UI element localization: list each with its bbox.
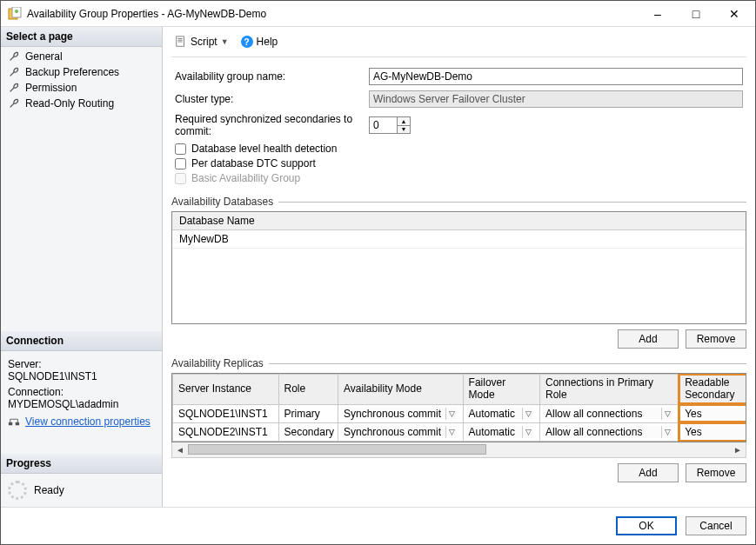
sidebar-item-label: General (25, 50, 63, 63)
availability-replicas-title: Availability Replicas (171, 357, 264, 369)
chevron-down-icon: ▽ (522, 426, 534, 438)
ag-name-label: Availability group name: (175, 70, 362, 83)
main-panel: Script ▼ ? Help Availability group name:… (163, 27, 755, 507)
toolbar: Script ▼ ? Help (171, 32, 746, 57)
cluster-type-label: Cluster type: (175, 93, 362, 105)
cell-role: Primary (278, 404, 338, 422)
availability-databases-title: Availability Databases (171, 196, 273, 208)
req-sync-label: Required synchronized secondaries to com… (175, 113, 362, 137)
db-health-checkbox[interactable] (175, 143, 186, 155)
cluster-type-input (369, 90, 743, 108)
req-sync-input[interactable] (369, 116, 397, 134)
replica-remove-button[interactable]: Remove (686, 463, 746, 482)
connection-value: MYDEMOSQL\adadmin (8, 398, 155, 410)
help-button[interactable]: ? Help (238, 34, 282, 50)
wrench-icon (8, 97, 20, 110)
cell-server: SQLNODE1\INST1 (173, 404, 279, 422)
scroll-thumb[interactable] (188, 444, 486, 455)
svg-rect-3 (9, 422, 12, 426)
wrench-icon (8, 66, 20, 78)
db-col-name: Database Name (172, 212, 746, 230)
select-page-header: Select a page (1, 27, 162, 47)
chevron-down-icon: ▽ (445, 426, 458, 438)
replicas-grid[interactable]: Server Instance Role Availability Mode F… (171, 373, 746, 442)
titlebar: Availability Group Properties - AG-MyNew… (1, 1, 755, 27)
help-label: Help (257, 36, 278, 48)
sidebar-item-backup-preferences[interactable]: Backup Preferences (4, 64, 162, 80)
svg-rect-4 (16, 422, 19, 426)
db-health-label: Database level health detection (191, 143, 337, 155)
cell-availability-mode[interactable]: Synchronous commit▽ (338, 422, 464, 441)
cancel-button[interactable]: Cancel (686, 516, 746, 535)
help-icon: ? (241, 36, 253, 48)
progress-status: Ready (34, 484, 64, 496)
scroll-right-icon[interactable]: ► (730, 445, 746, 455)
spin-up-button[interactable]: ▲ (398, 117, 410, 126)
sidebar-item-read-only-routing[interactable]: Read-Only Routing (4, 96, 162, 111)
dropdown-arrow-icon: ▼ (221, 37, 229, 46)
cell-availability-mode[interactable]: Synchronous commit▽ (338, 404, 464, 422)
server-label: Server: (8, 358, 155, 370)
replica-add-button[interactable]: Add (618, 463, 679, 482)
col-availability-mode[interactable]: Availability Mode (338, 375, 464, 405)
sidebar-item-label: Permission (25, 82, 77, 94)
sidebar: Select a page General Backup Preferences… (1, 27, 163, 507)
db-row[interactable]: MyNewDB (172, 230, 746, 249)
sidebar-item-label: Read-Only Routing (25, 97, 114, 110)
horizontal-scrollbar[interactable]: ◄ ► (171, 442, 746, 458)
chevron-down-icon: ▽ (661, 426, 673, 438)
progress-spinner-icon (8, 481, 27, 500)
script-button[interactable]: Script ▼ (171, 34, 232, 50)
col-readable-secondary[interactable]: Readable Secondary (679, 375, 746, 405)
dtc-label: Per database DTC support (191, 157, 316, 169)
script-label: Script (191, 36, 217, 48)
wrench-icon (8, 82, 20, 94)
cell-readable-secondary[interactable]: Yes▽ (679, 404, 746, 422)
cell-conn-primary[interactable]: Allow all connections▽ (539, 404, 679, 422)
svg-point-2 (15, 10, 18, 13)
connection-label: Connection: (8, 386, 155, 398)
col-role[interactable]: Role (278, 375, 338, 405)
col-server-instance[interactable]: Server Instance (173, 375, 279, 405)
connection-icon (8, 415, 20, 427)
dialog-footer: OK Cancel (1, 507, 755, 544)
db-add-button[interactable]: Add (618, 329, 679, 349)
replica-row[interactable]: SQLNODE1\INST1 Primary Synchronous commi… (173, 404, 747, 422)
ag-name-input[interactable] (369, 68, 743, 85)
chevron-down-icon: ▽ (445, 408, 458, 420)
sidebar-item-permission[interactable]: Permission (4, 80, 162, 96)
cell-readable-secondary[interactable]: Yes▽ (679, 422, 746, 441)
basic-ag-label: Basic Availability Group (191, 172, 300, 184)
wrench-icon (8, 50, 20, 63)
scroll-left-icon[interactable]: ◄ (172, 445, 188, 455)
maximize-button[interactable]: □ (677, 2, 715, 26)
progress-header: Progress (1, 454, 162, 474)
cell-server: SQLNODE2\INST1 (173, 422, 279, 441)
ok-button[interactable]: OK (616, 516, 677, 535)
sidebar-item-general[interactable]: General (4, 49, 162, 64)
window-title: Availability Group Properties - AG-MyNew… (27, 8, 639, 20)
cell-failover-mode[interactable]: Automatic▽ (463, 404, 539, 422)
script-icon (175, 36, 187, 48)
cell-conn-primary[interactable]: Allow all connections▽ (539, 422, 679, 441)
close-button[interactable]: ✕ (715, 2, 753, 26)
chevron-down-icon: ▽ (661, 408, 673, 420)
connection-header: Connection (1, 331, 162, 351)
col-connections-primary[interactable]: Connections in Primary Role (539, 375, 679, 405)
spin-down-button[interactable]: ▼ (398, 126, 410, 134)
app-icon (8, 7, 22, 21)
minimize-button[interactable]: – (639, 2, 677, 26)
view-connection-properties-link[interactable]: View connection properties (25, 415, 151, 428)
databases-grid[interactable]: Database Name MyNewDB (171, 211, 746, 324)
sidebar-item-label: Backup Preferences (25, 66, 119, 78)
col-failover-mode[interactable]: Failover Mode (463, 375, 539, 405)
basic-ag-checkbox (175, 173, 186, 184)
server-value: SQLNODE1\INST1 (8, 370, 155, 382)
replica-row[interactable]: SQLNODE2\INST1 Secondary Synchronous com… (173, 422, 747, 441)
dialog-window: Availability Group Properties - AG-MyNew… (0, 0, 756, 545)
chevron-down-icon: ▽ (522, 408, 534, 420)
cell-failover-mode[interactable]: Automatic▽ (463, 422, 539, 441)
cell-role: Secondary (278, 422, 338, 441)
db-remove-button[interactable]: Remove (686, 329, 746, 349)
dtc-checkbox[interactable] (175, 158, 186, 169)
